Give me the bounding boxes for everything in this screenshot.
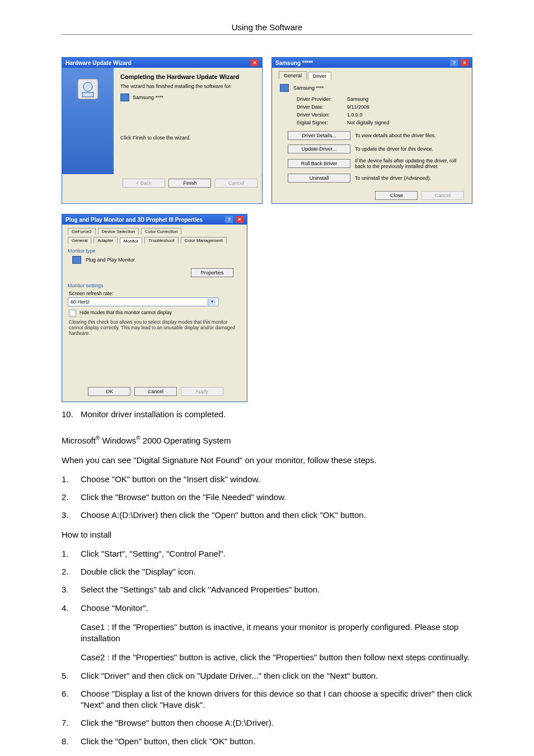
tab-driver[interactable]: Driver bbox=[308, 72, 331, 80]
case1-text: Case1 : If the "Properties" button is in… bbox=[81, 622, 472, 645]
ok-button[interactable]: OK bbox=[88, 387, 130, 396]
driver-body: General Driver Samsung **** Driver Provi… bbox=[272, 68, 472, 203]
cancel-button[interactable]: Cancel bbox=[134, 387, 177, 396]
text: 2000 Operating System bbox=[140, 436, 231, 445]
driver-window: Samsung ***** ? × General Driver Samsung… bbox=[271, 57, 472, 204]
wizard-footer: < Back Finish Cancel bbox=[62, 174, 262, 192]
refresh-select[interactable]: 60 Hertz ▾ bbox=[68, 297, 219, 306]
update-driver-row: Update Driver...To update the driver for… bbox=[285, 144, 464, 153]
tab-geforce[interactable]: GeForce3 bbox=[68, 228, 96, 235]
list-text: Click the "Browse" button then choose A:… bbox=[81, 717, 274, 729]
wizard-body: Completing the Hardware Update Wizard Th… bbox=[62, 68, 262, 174]
driver-details-button[interactable]: Driver Details... bbox=[288, 131, 350, 140]
tab-general[interactable]: General bbox=[279, 71, 307, 80]
rollback-driver-button[interactable]: Roll Back Driver bbox=[288, 159, 350, 168]
wizard-window-buttons: × bbox=[250, 59, 259, 66]
update-driver-desc: To update the driver for this device. bbox=[355, 146, 464, 152]
driver-device-line: Samsung **** bbox=[280, 84, 464, 92]
refresh-value: 60 Hertz bbox=[71, 299, 90, 305]
list-item: 8.Click the "Open" button, then click "O… bbox=[62, 736, 472, 747]
pnp-title: Plug and Play Monitor and 3D Prophet III… bbox=[65, 217, 203, 223]
rollback-driver-row: Roll Back DriverIf the device fails afte… bbox=[285, 158, 464, 169]
hardware-icon bbox=[74, 76, 101, 102]
finish-button[interactable]: Finish bbox=[168, 179, 211, 188]
wizard-footnote: Click Finish to close the wizard. bbox=[120, 135, 255, 141]
value: Samsung bbox=[347, 96, 368, 102]
label: Driver Date: bbox=[297, 104, 347, 110]
tab-adapter[interactable]: Adapter bbox=[93, 237, 117, 244]
page-title: Using the Software bbox=[62, 22, 472, 32]
list-number: 3. bbox=[62, 510, 81, 521]
list-number: 1. bbox=[62, 548, 81, 559]
driver-signer-row: Digital Signer:Not digitally signed bbox=[297, 120, 464, 125]
apply-button: Apply bbox=[181, 387, 223, 396]
list-text: Monitor driver installation is completed… bbox=[81, 409, 226, 420]
hide-modes-checkbox[interactable]: Hide modes that this monitor cannot disp… bbox=[69, 310, 240, 317]
properties-row: Properties bbox=[68, 268, 233, 277]
list-text: Click the "Browse" button on the "File N… bbox=[81, 492, 286, 503]
properties-button[interactable]: Properties bbox=[191, 268, 233, 277]
checkbox-icon[interactable] bbox=[69, 310, 76, 317]
tab-color-management[interactable]: Color Management bbox=[181, 237, 227, 244]
label: Driver Provider: bbox=[297, 96, 347, 102]
close-icon[interactable]: × bbox=[236, 216, 243, 223]
monitor-type-value: Plug and Play Monitor bbox=[86, 257, 135, 263]
uninstall-driver-row: UninstallTo uninstall the driver (Advanc… bbox=[285, 174, 464, 183]
list-item: 9.Choose your monitor model and click th… bbox=[62, 754, 472, 756]
cancel-button: Cancel bbox=[215, 179, 257, 188]
tab-color-correction[interactable]: Color Correction bbox=[141, 228, 181, 235]
tab-troubleshoot[interactable]: Troubleshoot bbox=[144, 237, 178, 244]
text: Microsoft bbox=[62, 436, 96, 445]
monitor-settings-group: Monitor settings bbox=[68, 283, 241, 288]
driver-date-row: Driver Date:9/11/2009 bbox=[297, 104, 464, 110]
help-icon[interactable]: ? bbox=[450, 59, 458, 66]
rollback-driver-desc: If the device fails after updating the d… bbox=[355, 158, 464, 169]
list-number: 5. bbox=[62, 670, 81, 682]
list-item: 5.Click "Driver" and then click on "Upda… bbox=[62, 670, 472, 682]
hide-modes-label: Hide modes that this monitor cannot disp… bbox=[79, 310, 172, 315]
close-icon[interactable]: × bbox=[461, 59, 469, 66]
list-text-block: Choose "Monitor". Case1 : If the "Proper… bbox=[81, 603, 472, 664]
monitor-type-group: Monitor type bbox=[68, 248, 241, 254]
driver-title: Samsung ***** bbox=[275, 60, 313, 66]
screenshot-row-1: Hardware Update Wizard × Completing the … bbox=[62, 57, 472, 204]
list-number: 1. bbox=[62, 474, 81, 485]
list-item: 2.Click the "Browse" button on the "File… bbox=[62, 492, 472, 503]
steps-signature: 1.Choose "OK" button on the "Insert disk… bbox=[62, 474, 472, 521]
svg-rect-2 bbox=[82, 92, 93, 97]
monitor-icon bbox=[280, 84, 289, 92]
steps-install: 1.Click "Start", "Setting", "Control Pan… bbox=[62, 548, 472, 756]
list-text: Choose "OK" button on the "Insert disk" … bbox=[81, 474, 260, 485]
header-rule bbox=[62, 34, 472, 35]
cancel-button: Cancel bbox=[421, 191, 464, 200]
wizard-sidebar bbox=[62, 68, 114, 174]
value: 9/11/2009 bbox=[347, 104, 369, 110]
tab-general[interactable]: General bbox=[68, 237, 91, 244]
chevron-down-icon[interactable]: ▾ bbox=[208, 298, 216, 305]
case2-text: Case2 : If the "Properties" button is ac… bbox=[81, 652, 472, 663]
tab-device-selection[interactable]: Device Selection bbox=[98, 228, 139, 235]
wizard-content: Completing the Hardware Update Wizard Th… bbox=[114, 68, 262, 174]
hide-modes-note: Clearing this check box allows you to se… bbox=[69, 319, 240, 336]
uninstall-driver-button[interactable]: Uninstall bbox=[288, 174, 350, 183]
help-icon[interactable]: ? bbox=[225, 216, 233, 223]
wizard-title: Hardware Update Wizard bbox=[65, 60, 132, 66]
list-item: 4. Choose "Monitor". Case1 : If the "Pro… bbox=[62, 603, 472, 664]
uninstall-driver-desc: To uninstall the driver (Advanced). bbox=[355, 175, 464, 181]
close-icon[interactable]: × bbox=[251, 59, 259, 66]
monitor-icon bbox=[72, 256, 81, 264]
update-driver-button[interactable]: Update Driver... bbox=[288, 144, 350, 153]
leadin-paragraph: When you can see "Digital Signature Not … bbox=[62, 455, 472, 466]
text: Windows bbox=[100, 436, 136, 445]
list-text: Select the "Settings" tab and click "Adv… bbox=[81, 584, 320, 595]
driver-tabs: General Driver bbox=[279, 71, 464, 80]
close-button[interactable]: Close bbox=[375, 191, 418, 200]
refresh-label: Screen refresh rate: bbox=[69, 291, 241, 296]
driver-titlebar: Samsung ***** ? × bbox=[272, 58, 472, 68]
pnp-titlebar: Plug and Play Monitor and 3D Prophet III… bbox=[62, 214, 247, 225]
list-item: 6.Choose "Display a list of the known dr… bbox=[62, 688, 472, 711]
list-item: 2.Double click the "Display" icon. bbox=[62, 566, 472, 577]
list-number: 9. bbox=[62, 754, 81, 756]
tab-monitor[interactable]: Monitor bbox=[120, 237, 143, 244]
pnp-tabs-row2: General Adapter Monitor Troubleshoot Col… bbox=[68, 237, 241, 244]
